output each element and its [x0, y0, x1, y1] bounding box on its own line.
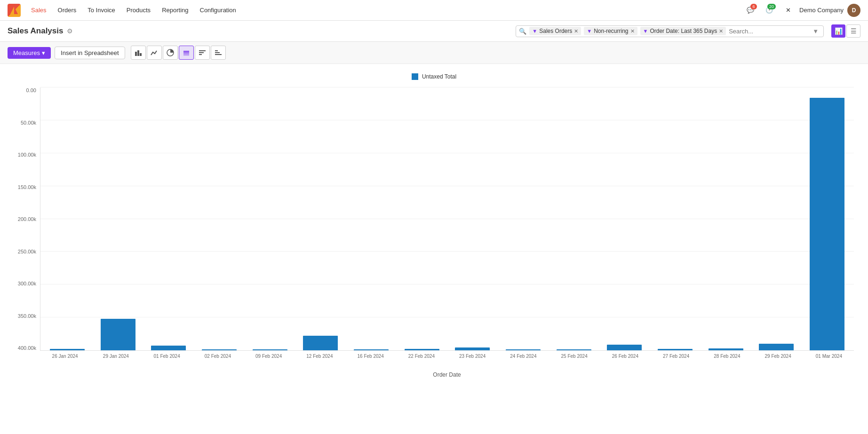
nav-reporting[interactable]: Reporting — [157, 4, 193, 16]
tools-icon: ✕ — [786, 7, 791, 14]
nav-to-invoice[interactable]: To Invoice — [83, 4, 120, 16]
bar-chart-button[interactable] — [131, 46, 146, 60]
x-label-group: 29 Feb 2024 — [753, 351, 803, 370]
x-label-group: 25 Feb 2024 — [549, 351, 599, 370]
chart-bar[interactable] — [202, 349, 237, 350]
bar-group — [194, 87, 244, 350]
activity-button[interactable]: 🕐 20 — [762, 3, 777, 18]
nav-products[interactable]: Products — [122, 4, 155, 16]
y-axis-label: 0.00 — [14, 87, 40, 93]
pie-chart-button[interactable] — [163, 46, 178, 60]
filter-icon: ▼ — [532, 28, 537, 34]
x-axis-label: 23 Feb 2024 — [459, 354, 486, 359]
chart-bar[interactable] — [709, 348, 743, 350]
svg-rect-3 — [137, 50, 139, 56]
chart-bar[interactable] — [759, 344, 794, 350]
line-chart-button[interactable] — [147, 46, 162, 60]
svg-rect-6 — [183, 51, 189, 52]
remove-non-recurring-filter[interactable]: ✕ — [630, 28, 635, 34]
chart-bar[interactable] — [658, 349, 693, 350]
bar-group — [93, 87, 143, 350]
app-logo[interactable] — [8, 4, 21, 17]
chart-bar[interactable] — [607, 345, 642, 350]
filter-order-date[interactable]: ▼ Order Date: Last 365 Days ✕ — [640, 27, 726, 35]
chat-button[interactable]: 💬 6 — [743, 3, 758, 18]
legend-swatch — [412, 73, 418, 80]
search-bar: 🔍 ▼ Sales Orders ✕ ▼ Non-recurring ✕ ▼ O… — [516, 25, 824, 37]
measures-button[interactable]: Measures ▾ — [8, 47, 51, 59]
chart-view-button[interactable]: 📊 — [831, 24, 845, 38]
search-dropdown-arrow[interactable]: ▼ — [811, 27, 820, 36]
x-label-group: 26 Jan 2024 — [40, 351, 90, 370]
x-axis-label: 01 Feb 2024 — [154, 354, 180, 359]
chart-bar[interactable] — [101, 319, 135, 350]
x-axis-label: 29 Jan 2024 — [103, 354, 129, 359]
chart-bar[interactable] — [151, 346, 186, 350]
nav-orders[interactable]: Orders — [53, 4, 81, 16]
chart-bar[interactable] — [810, 98, 844, 350]
filter-icon-2: ▼ — [587, 28, 592, 34]
bar-group — [245, 87, 295, 350]
measures-label: Measures — [13, 49, 40, 56]
company-name[interactable]: Demo Company — [799, 7, 844, 14]
filter-sales-orders[interactable]: ▼ Sales Orders ✕ — [529, 27, 581, 35]
bar-group — [346, 87, 396, 350]
x-label-group: 01 Mar 2024 — [804, 351, 854, 370]
svg-rect-13 — [215, 50, 218, 51]
chart-type-buttons — [131, 46, 226, 60]
desc-sort-button[interactable] — [195, 46, 210, 60]
nav-sales[interactable]: Sales — [26, 4, 51, 16]
x-label-group: 16 Feb 2024 — [346, 351, 396, 370]
chart-container: 400.00k350.00k300.00k250.00k200.00k150.0… — [14, 87, 854, 370]
remove-order-date-filter[interactable]: ✕ — [719, 28, 723, 34]
x-axis-label: 28 Feb 2024 — [714, 354, 740, 359]
bar-group — [802, 87, 852, 350]
bar-chart-icon — [135, 49, 142, 56]
tools-button[interactable]: ✕ — [780, 3, 796, 18]
legend-label: Untaxed Total — [422, 73, 456, 80]
filter-non-recurring[interactable]: ▼ Non-recurring ✕ — [584, 27, 637, 35]
x-axis-label: 09 Feb 2024 — [255, 354, 282, 359]
chart-bar[interactable] — [303, 336, 338, 350]
bar-group — [498, 87, 548, 350]
x-axis: 26 Jan 202429 Jan 202401 Feb 202402 Feb … — [40, 351, 854, 370]
filter-icon-3: ▼ — [643, 28, 648, 34]
insert-spreadsheet-button[interactable]: Insert in Spreadsheet — [55, 47, 125, 59]
svg-rect-15 — [215, 54, 222, 55]
list-view-button[interactable]: ☰ — [846, 24, 860, 38]
chart-bar[interactable] — [405, 349, 439, 350]
stacked-bar-button[interactable] — [179, 46, 194, 60]
bars-wrapper — [40, 87, 854, 350]
svg-rect-7 — [183, 52, 189, 54]
avatar[interactable]: D — [847, 4, 860, 17]
x-label-group: 29 Jan 2024 — [91, 351, 141, 370]
chart-bar[interactable] — [50, 349, 85, 350]
pie-chart-icon — [167, 49, 174, 56]
filter-order-date-label: Order Date: Last 365 Days — [650, 28, 717, 34]
x-axis-label: 02 Feb 2024 — [205, 354, 231, 359]
chart-bar[interactable] — [354, 349, 389, 350]
search-input[interactable] — [729, 28, 808, 35]
chart-bar[interactable] — [506, 349, 541, 350]
asc-sort-button[interactable] — [211, 46, 226, 60]
chart-toolbar: Measures ▾ Insert in Spreadsheet — [0, 42, 868, 64]
x-label-group: 22 Feb 2024 — [397, 351, 446, 370]
y-axis-label: 400.00k — [14, 345, 40, 351]
x-axis-label: 16 Feb 2024 — [358, 354, 384, 359]
settings-icon[interactable]: ⚙ — [67, 27, 73, 35]
chart-bar[interactable] — [253, 349, 287, 350]
x-axis-label: 01 Mar 2024 — [816, 354, 842, 359]
x-axis-label: 29 Feb 2024 — [765, 354, 791, 359]
svg-rect-14 — [215, 52, 220, 53]
chart-bar[interactable] — [455, 347, 490, 350]
remove-sales-orders-filter[interactable]: ✕ — [574, 28, 578, 34]
page-title: Sales Analysis — [8, 26, 63, 36]
chart-legend: Untaxed Total — [14, 73, 854, 80]
y-axis-label: 150.00k — [14, 184, 40, 190]
nav-configuration[interactable]: Configuration — [195, 4, 241, 16]
x-axis-label: 12 Feb 2024 — [306, 354, 333, 359]
svg-rect-10 — [199, 50, 206, 51]
insert-spreadsheet-label: Insert in Spreadsheet — [61, 49, 119, 56]
chart-bar[interactable] — [557, 349, 591, 350]
filter-non-recurring-label: Non-recurring — [594, 28, 628, 34]
